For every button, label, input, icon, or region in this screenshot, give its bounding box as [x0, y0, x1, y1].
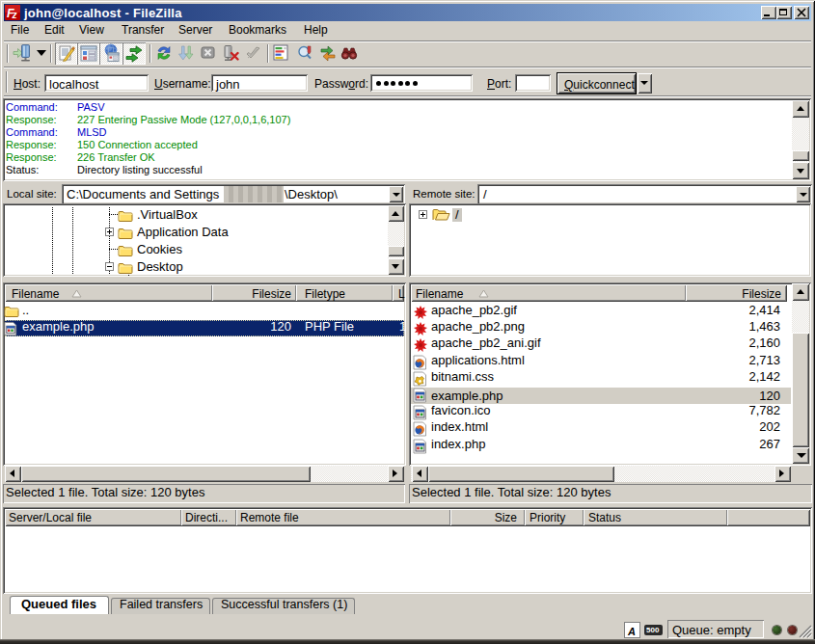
svg-text:z: z [12, 10, 17, 20]
